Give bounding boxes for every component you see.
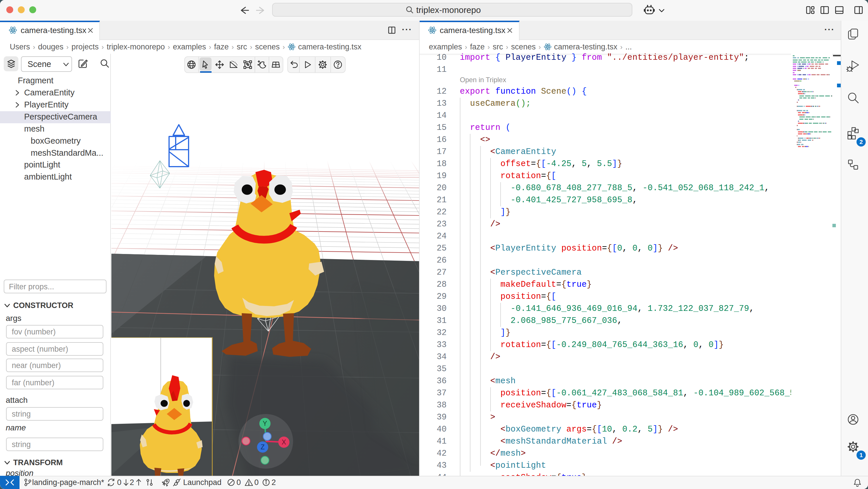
svg-text:X: X <box>282 438 286 446</box>
svg-text:Y: Y <box>262 420 267 427</box>
svg-text:Z: Z <box>260 443 265 451</box>
